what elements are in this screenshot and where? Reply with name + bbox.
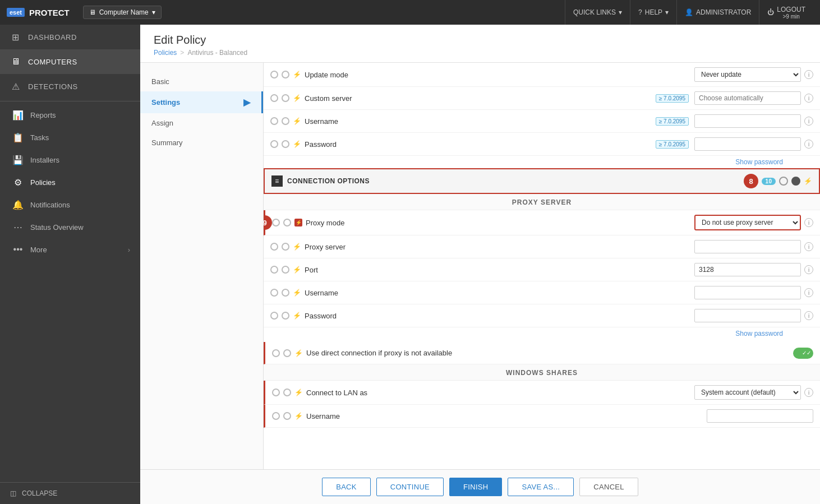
- direct-conn-radio-2[interactable]: [283, 349, 291, 357]
- connect-lan-radio-1[interactable]: [272, 389, 280, 396]
- connection-options-header: ≡ CONNECTION OPTIONS 8 10 ⚡: [264, 168, 820, 194]
- proxy-server-radio-1[interactable]: [270, 243, 278, 251]
- username-row: ⚡ Username ≥ 7.0.2095 i: [264, 110, 820, 133]
- password-input[interactable]: [694, 137, 801, 151]
- proxy-username-radio-2[interactable]: [282, 289, 289, 297]
- sidebar-item-installers[interactable]: 💾 Installers: [0, 149, 140, 171]
- password-radio-1[interactable]: [270, 140, 278, 148]
- lan-username-input[interactable]: [707, 409, 813, 423]
- sidebar-item-status-overview[interactable]: ⋯ Status Overview: [0, 216, 140, 238]
- administrator-button[interactable]: 👤 ADMINISTRATOR: [676, 0, 759, 25]
- username-version: ≥ 7.0.2095: [656, 117, 689, 126]
- sidebar-item-computers[interactable]: 🖥 COMPUTERS: [0, 49, 140, 74]
- proxy-password-input[interactable]: [694, 309, 801, 322]
- proxy-username-radio-1[interactable]: [270, 289, 278, 297]
- proxy-mode-radio-2[interactable]: [283, 219, 291, 226]
- sidebar-tasks-label: Tasks: [30, 133, 49, 142]
- finish-button[interactable]: FINISH: [449, 478, 502, 496]
- direct-conn-radio-1[interactable]: [272, 349, 280, 357]
- custom-server-info[interactable]: i: [804, 94, 813, 103]
- notifications-icon: 🔔: [12, 199, 24, 210]
- lan-username-radio-2[interactable]: [283, 412, 291, 420]
- update-mode-radio-1[interactable]: [270, 71, 278, 78]
- proxy-server-field-info[interactable]: i: [804, 242, 813, 251]
- proxy-password-radio-1[interactable]: [270, 312, 278, 320]
- connect-lan-row: ⚡ Connect to LAN as System account (defa…: [264, 381, 820, 405]
- sidebar-policies-label: Policies: [30, 178, 56, 187]
- help-button[interactable]: ? HELP ▾: [630, 0, 676, 25]
- port-info[interactable]: i: [804, 265, 813, 274]
- proxy-mode-radio-1[interactable]: [272, 219, 280, 226]
- logo-area: eset PROTECT: [7, 8, 70, 17]
- lan-username-radio-1[interactable]: [272, 412, 280, 420]
- step-basic[interactable]: Basic: [140, 72, 263, 91]
- sidebar-item-dashboard[interactable]: ⊞ DASHBOARD: [0, 25, 140, 49]
- port-radio-1[interactable]: [270, 266, 278, 274]
- breadcrumb-policies-link[interactable]: Policies: [154, 49, 177, 57]
- cancel-button[interactable]: CANCEL: [579, 478, 638, 496]
- custom-server-input[interactable]: [694, 91, 801, 105]
- update-mode-radio-2[interactable]: [282, 71, 289, 78]
- toggle-check: ✓: [802, 350, 807, 356]
- protect-label: PROTECT: [29, 8, 70, 17]
- port-input[interactable]: [694, 263, 801, 276]
- proxy-password-radio-2[interactable]: [282, 312, 289, 320]
- sidebar-collapse[interactable]: ◫ COLLAPSE: [0, 482, 140, 504]
- wizard-body: Basic Settings ▶ Assign Summary: [140, 63, 820, 469]
- top-header: eset PROTECT 🖥 Computer Name ▾ QUICK LIN…: [0, 0, 820, 25]
- password-radio-2[interactable]: [282, 140, 289, 148]
- sidebar-item-notifications[interactable]: 🔔 Notifications: [0, 193, 140, 216]
- update-mode-row: ⚡ Update mode Never update Update regula…: [264, 63, 820, 87]
- step-summary[interactable]: Summary: [140, 133, 263, 152]
- sidebar-installers-label: Installers: [30, 156, 59, 164]
- connect-lan-info[interactable]: i: [804, 388, 813, 397]
- quick-links-chevron: ▾: [619, 8, 622, 16]
- password-info[interactable]: i: [804, 140, 813, 149]
- username-info[interactable]: i: [804, 117, 813, 126]
- port-row: ⚡ Port i: [264, 258, 820, 281]
- custom-server-radio-2[interactable]: [282, 94, 289, 102]
- continue-button[interactable]: CONTINUE: [376, 478, 444, 496]
- computer-name-button[interactable]: 🖥 Computer Name ▾: [83, 6, 162, 19]
- direct-connection-toggle[interactable]: ✓: [793, 348, 813, 359]
- proxy-server-field-input[interactable]: [694, 240, 801, 253]
- sidebar-item-reports[interactable]: 📊 Reports: [0, 104, 140, 126]
- show-password-link[interactable]: Show password: [735, 158, 800, 166]
- proxy-username-input[interactable]: [694, 286, 801, 299]
- password-bolt: ⚡: [293, 140, 301, 148]
- sidebar-item-detections[interactable]: ⚠ DETECTIONS: [0, 74, 140, 99]
- update-mode-info[interactable]: i: [804, 70, 813, 79]
- username-input[interactable]: [694, 114, 801, 128]
- update-mode-bolt: ⚡: [293, 71, 301, 78]
- computer-name-text: Computer Name: [99, 8, 149, 16]
- show-proxy-password-link[interactable]: Show password: [735, 330, 800, 337]
- sidebar-item-tasks[interactable]: 📋 Tasks: [0, 126, 140, 149]
- proxy-password-info[interactable]: i: [804, 311, 813, 320]
- page-title: Edit Policy: [154, 34, 807, 47]
- proxy-mode-info[interactable]: i: [804, 218, 813, 227]
- proxy-server-radio-2[interactable]: [282, 243, 289, 251]
- quick-links-button[interactable]: QUICK LINKS ▾: [565, 0, 630, 25]
- proxy-username-info[interactable]: i: [804, 288, 813, 297]
- logout-button[interactable]: ⏻ LOGOUT >9 min: [759, 0, 813, 25]
- save-as-button[interactable]: SAVE AS...: [508, 478, 574, 496]
- step-assign[interactable]: Assign: [140, 113, 263, 133]
- port-radio-2[interactable]: [282, 266, 289, 274]
- sidebar-more-label: More: [30, 246, 47, 254]
- username-radio-2[interactable]: [282, 117, 289, 125]
- back-button[interactable]: BACK: [322, 478, 371, 496]
- custom-server-radio-1[interactable]: [270, 94, 278, 102]
- proxy-mode-select[interactable]: Do not use proxy server Use proxy server…: [694, 215, 801, 230]
- lan-username-label: Username: [306, 412, 703, 420]
- sidebar-item-more[interactable]: ••• More ›: [0, 238, 140, 261]
- update-mode-select[interactable]: Never update Update regularly: [694, 67, 801, 82]
- step-settings[interactable]: Settings ▶: [140, 91, 263, 113]
- connect-lan-select[interactable]: System account (default) Current user: [694, 385, 801, 400]
- show-password-row: Show password: [264, 156, 820, 168]
- sidebar-dashboard-label: DASHBOARD: [28, 33, 77, 41]
- step-settings-label: Settings: [151, 98, 180, 107]
- connect-lan-radio-2[interactable]: [283, 389, 291, 396]
- lan-username-bolt: ⚡: [294, 412, 303, 420]
- username-radio-1[interactable]: [270, 117, 278, 125]
- sidebar-item-policies[interactable]: ⚙ Policies: [0, 171, 140, 193]
